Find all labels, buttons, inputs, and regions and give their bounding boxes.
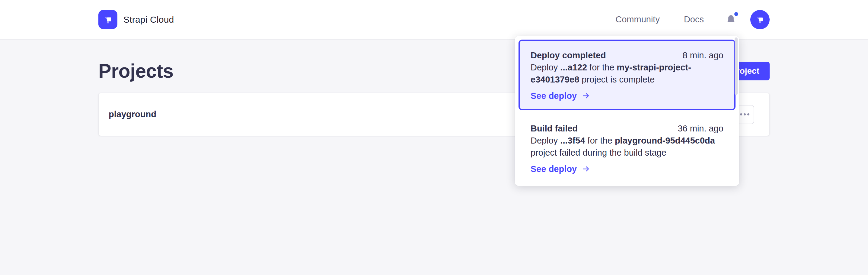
strapi-logo-icon [98,10,117,29]
notification-body: Deploy ...a122 for the my-strapi-project… [531,61,723,85]
see-deploy-link[interactable]: See deploy [531,90,723,102]
arrow-right-icon [581,165,591,173]
notification-item[interactable]: Deploy completed8 min. agoDeploy ...a122… [519,39,736,110]
see-deploy-label: See deploy [531,163,577,175]
scrollbar-thumb[interactable] [735,37,738,95]
notification-list: Deploy completed8 min. agoDeploy ...a122… [519,39,736,182]
header-nav: Community Docs [591,10,770,29]
nav-link-docs[interactable]: Docs [684,15,704,25]
notification-title: Deploy completed [531,49,606,61]
notification-popover: Deploy completed8 min. agoDeploy ...a122… [515,36,739,186]
account-avatar[interactable] [750,10,770,29]
arrow-right-icon [581,92,591,100]
notifications-button[interactable] [725,14,736,25]
notification-body: Deploy ...3f54 for the playground-95d445… [531,135,723,159]
notification-header: Build failed36 min. ago [531,122,723,135]
ellipsis-icon [744,113,746,115]
project-name: playground [108,109,156,119]
notification-time: 36 min. ago [678,122,723,135]
notification-header: Deploy completed8 min. ago [531,49,723,61]
brand-name: Strapi Cloud [123,15,174,25]
nav-link-community[interactable]: Community [615,15,660,25]
notification-item[interactable]: Build failed36 min. agoDeploy ...3f54 fo… [519,113,736,182]
ellipsis-icon [740,113,742,115]
see-deploy-link[interactable]: See deploy [531,163,723,175]
notification-title: Build failed [531,122,578,135]
page-title: Projects [98,60,174,82]
strapi-avatar-icon [754,14,766,25]
see-deploy-label: See deploy [531,90,577,102]
brand[interactable]: Strapi Cloud [98,10,174,29]
top-nav-bar: Strapi Cloud Community Docs [0,0,868,39]
notification-time: 8 min. ago [683,49,723,61]
unread-dot [734,12,738,16]
ellipsis-icon [747,113,749,115]
